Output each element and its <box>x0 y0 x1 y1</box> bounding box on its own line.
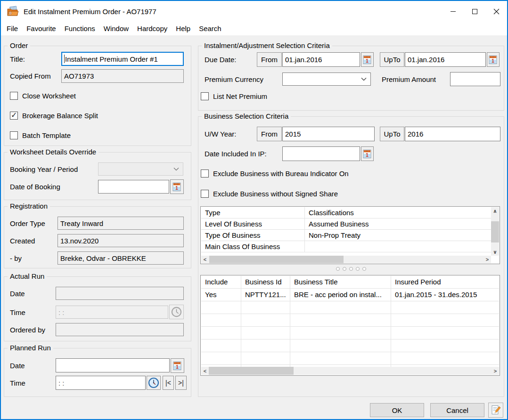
menu-help[interactable]: Help <box>172 24 195 32</box>
vertical-scrollbar[interactable]: ∧ ∨ <box>491 207 499 256</box>
batch-template-label: Batch Template <box>22 131 71 139</box>
actual-time-clock-button <box>169 305 184 319</box>
date-of-booking-input[interactable] <box>98 180 169 194</box>
menu-window[interactable]: Window <box>99 24 133 32</box>
exclude-signed-share-checkbox[interactable] <box>201 190 209 198</box>
premium-amount-input[interactable] <box>450 72 500 86</box>
batch-template-checkbox[interactable] <box>10 131 18 139</box>
table-splitter[interactable] <box>198 267 504 271</box>
planned-date-input[interactable] <box>56 358 170 372</box>
calendar-icon: 1 <box>363 55 372 65</box>
uw-year-from-tag: From <box>257 127 282 141</box>
planned-time-clock-button[interactable] <box>147 376 161 390</box>
close-button[interactable] <box>485 1 507 22</box>
premium-currency-label: Premium Currency <box>205 73 263 86</box>
column-header-type[interactable]: Type <box>201 207 305 218</box>
exclude-signed-share-label: Exclude Business without Signed Share <box>213 190 338 198</box>
horizontal-scrollbar[interactable]: < > <box>201 367 499 375</box>
planned-time-input[interactable]: : : <box>56 376 146 390</box>
group-planned-run: Planned Run Date 1 Time : : <box>4 348 191 397</box>
date-included-ip-input[interactable] <box>282 146 360 161</box>
uw-year-upto-tag: UpTo <box>380 127 404 141</box>
scroll-right-icon[interactable]: > <box>492 367 499 375</box>
scroll-left-icon[interactable]: < <box>201 367 209 375</box>
table-row[interactable]: Type Of BusinessNon-Prop Treaty <box>201 230 491 241</box>
batch-template-row: Batch Template <box>10 131 71 139</box>
time-first-button[interactable]: |< <box>163 376 174 390</box>
scroll-right-icon[interactable]: > <box>483 256 491 263</box>
ok-button[interactable]: OK <box>370 403 424 417</box>
date-of-booking-calendar-button[interactable]: 1 <box>170 179 184 194</box>
menu-hardcopy[interactable]: Hardcopy <box>133 24 172 32</box>
title-value: Instalment Premium Order #1 <box>65 55 158 63</box>
table-cell: Assumed Business <box>305 218 491 230</box>
window-title: Edit Instalment Premium Order - AO71977 <box>24 8 156 16</box>
booking-year-dropdown[interactable] <box>98 162 183 176</box>
close-icon <box>493 8 500 15</box>
column-header-insured-period[interactable]: Insured Period <box>391 276 499 289</box>
minimize-button[interactable] <box>442 1 464 22</box>
menu-file[interactable]: File <box>2 24 22 32</box>
ok-button-label: OK <box>392 406 402 414</box>
menu-functions[interactable]: Functions <box>60 24 99 32</box>
title-input[interactable]: Instalment Premium Order #1 <box>61 52 184 66</box>
planned-date-calendar-button[interactable]: 1 <box>171 358 184 373</box>
scrollbar-thumb[interactable] <box>491 221 499 242</box>
svg-text:1: 1 <box>366 153 369 158</box>
column-header-business-title[interactable]: Business Title <box>290 276 391 289</box>
table-row[interactable]: Main Class Of Business <box>201 241 491 252</box>
table-cell: 01.jan.2015 - 31.des.2015 <box>391 289 499 301</box>
due-date-upto-calendar-button[interactable]: 1 <box>487 52 500 67</box>
actual-time-label: Time <box>10 306 25 319</box>
window-controls <box>442 1 507 22</box>
title-bar[interactable]: o Edit Instalment Premium Order - AO7197… <box>1 1 507 22</box>
date-included-ip-label: Date Included In IP: <box>205 146 267 161</box>
calendar-icon: 1 <box>172 182 181 192</box>
notes-edit-button[interactable] <box>488 403 503 418</box>
table-header-row: Type Classifications <box>201 207 491 218</box>
exclude-bureau-checkbox[interactable] <box>201 170 209 178</box>
column-header-business-id[interactable]: Business Id <box>241 276 290 289</box>
actual-time-value: : : <box>58 308 65 316</box>
horizontal-scrollbar[interactable]: < > <box>201 256 491 263</box>
cancel-button[interactable]: Cancel <box>430 403 484 417</box>
table-row[interactable]: Level Of BusinessAssumed Business <box>201 218 491 230</box>
svg-text:1: 1 <box>176 364 179 370</box>
scroll-up-icon[interactable]: ∧ <box>491 207 499 215</box>
calendar-icon: 1 <box>363 149 372 159</box>
date-included-ip-calendar-button[interactable]: 1 <box>361 146 374 161</box>
copied-from-field: AO71973 <box>61 69 184 83</box>
table-cell: Yes <box>201 289 241 301</box>
due-date-from-input[interactable]: 01.jan.2016 <box>282 52 360 67</box>
due-date-upto-tag: UpTo <box>380 52 404 67</box>
ordered-by-field <box>56 323 184 336</box>
menu-favourite[interactable]: Favourite <box>22 24 60 32</box>
close-worksheet-checkbox[interactable] <box>10 92 18 100</box>
calendar-icon: 1 <box>173 361 182 371</box>
business-table: Include Business Id Business Title Insur… <box>200 275 500 376</box>
scroll-left-icon[interactable]: < <box>201 256 209 263</box>
minimize-icon <box>451 11 456 12</box>
table-header-row: Include Business Id Business Title Insur… <box>201 276 499 289</box>
premium-amount-label: Premium Amount <box>382 72 436 86</box>
uw-year-upto-input[interactable]: 2016 <box>405 127 500 141</box>
classification-table-content: Type Classifications Level Of BusinessAs… <box>201 207 491 256</box>
scrollbar-thumb[interactable] <box>209 367 294 375</box>
ordered-by-label: Ordered by <box>10 323 45 336</box>
table-row[interactable]: YesNPTTY121...BRE - acc period on instal… <box>201 289 499 301</box>
column-header-include[interactable]: Include <box>201 276 241 289</box>
time-last-button[interactable]: >| <box>175 376 187 390</box>
column-header-classifications[interactable]: Classifications <box>305 207 491 218</box>
menu-search[interactable]: Search <box>195 24 226 32</box>
list-net-premium-checkbox[interactable] <box>201 92 209 100</box>
maximize-button[interactable] <box>464 1 485 22</box>
due-date-upto-input[interactable]: 01.jan.2016 <box>405 52 486 67</box>
brokerage-split-checkbox[interactable] <box>10 112 18 120</box>
due-date-from-calendar-button[interactable]: 1 <box>361 52 374 67</box>
due-date-upto-value: 01.jan.2016 <box>408 56 444 64</box>
uw-year-from-input[interactable]: 2015 <box>282 127 375 141</box>
scroll-down-icon[interactable]: ∨ <box>491 248 499 256</box>
premium-currency-dropdown[interactable] <box>282 73 371 86</box>
scrollbar-thumb[interactable] <box>209 256 344 263</box>
svg-text:1: 1 <box>366 58 369 64</box>
